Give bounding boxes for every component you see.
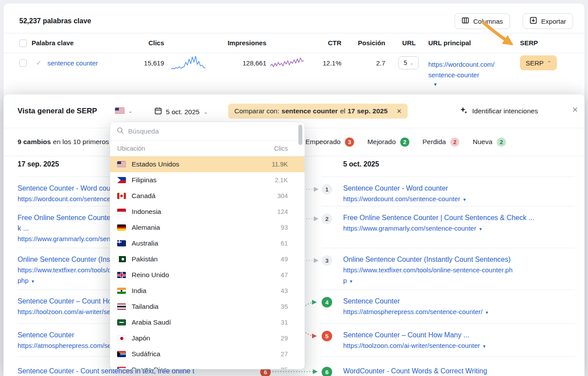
url-count-select[interactable]: 5 ⌄ <box>398 56 419 69</box>
clicks-sparkline <box>170 54 206 72</box>
change-label: Nueva <box>473 138 492 146</box>
id-flag-icon <box>117 209 126 215</box>
column-header-url[interactable]: URL <box>398 39 420 47</box>
column-header-position[interactable]: Posición <box>350 39 385 47</box>
identify-intents-button[interactable]: Identificar intenciones <box>460 106 538 116</box>
location-option-sa[interactable]: Arabia Saudí31 <box>110 315 305 330</box>
location-option-de[interactable]: Alemania93 <box>110 220 305 235</box>
caret-down-icon[interactable]: ▾ <box>32 278 34 284</box>
chevron-down-icon: ⌄ <box>410 61 413 65</box>
compare-chip-close-icon[interactable]: × <box>397 107 402 115</box>
caret-down-icon[interactable]: ▾ <box>486 310 488 315</box>
serp-result-title[interactable]: Free Online Sentence Counter | Count Sen… <box>343 213 575 223</box>
main-url-caret-down-icon[interactable]: ▾ <box>434 81 437 87</box>
row-checkbox[interactable] <box>19 59 27 67</box>
jp-flag-icon <box>117 335 126 341</box>
serp-overview-panel: Vista general de SERP ⌄ 5 oct. 2025 ⌄ Co… <box>4 94 584 376</box>
location-name: Estados Unidos <box>132 160 179 168</box>
change-badge-perdida: Perdida2 <box>423 137 459 147</box>
right-serp-result: 3Online Sentence Counter (Instantly Coun… <box>322 248 575 290</box>
serp-result-title[interactable]: Sentence Counter – Count How Many ... <box>343 330 575 340</box>
columns-button[interactable]: Columnas <box>455 13 510 29</box>
chevron-up-icon: ⌃ <box>547 60 551 66</box>
location-option-jp[interactable]: Japón29 <box>110 330 305 346</box>
location-clicks: 35 <box>281 303 298 310</box>
serp-result-title[interactable]: Sentence Counter <box>343 296 575 307</box>
scrollbar-thumb[interactable] <box>298 125 302 145</box>
change-badges-group: Empeorado3Mejorado2Perdida2Nueva2 <box>305 128 506 156</box>
location-option-th[interactable]: Tailandia35 <box>110 299 305 315</box>
location-option-us[interactable]: Estados Unidos11.9K <box>110 156 305 172</box>
country-select[interactable]: ⌄ <box>115 108 133 114</box>
serp-result-url[interactable]: p▾ <box>343 275 575 286</box>
location-clicks: 25 <box>281 366 298 369</box>
position-badge: 2 <box>322 213 332 224</box>
location-name: Japón <box>132 334 150 342</box>
right-serp-result: 5Sentence Counter – Count How Many ...ht… <box>322 324 575 357</box>
change-badge-mejorado: Mejorado2 <box>367 137 409 147</box>
column-header-main-url[interactable]: URL principal <box>428 39 471 47</box>
compare-chip-date: 17 sep. 2025 <box>348 107 387 115</box>
location-option-gb[interactable]: Reino Unido47 <box>110 267 305 283</box>
location-name: Sudáfrica <box>132 350 160 358</box>
location-clicks: 43 <box>281 287 298 294</box>
location-option-in[interactable]: India43 <box>110 283 305 299</box>
serp-result-title[interactable]: Sentence Counter - Word counter <box>343 183 575 194</box>
location-name: Tailandia <box>132 303 158 311</box>
location-option-au[interactable]: Australia61 <box>110 235 305 251</box>
location-name: Reino Unido <box>132 271 169 279</box>
location-option-id[interactable]: Indonesia124 <box>110 204 305 220</box>
location-name: Filipinas <box>132 176 157 184</box>
position-badge: 3 <box>322 255 332 266</box>
download-icon <box>530 17 537 25</box>
column-header-impressions[interactable]: Impresiones <box>218 39 266 47</box>
keyword-link[interactable]: sentence counter <box>47 59 98 67</box>
caret-down-icon[interactable]: ▾ <box>463 197 466 202</box>
location-option-ca[interactable]: Canadá304 <box>110 188 305 204</box>
caret-down-icon[interactable]: ▾ <box>350 278 352 284</box>
location-name: Pakistán <box>132 255 158 263</box>
location-option-pk[interactable]: Pakistán49 <box>110 251 305 267</box>
serp-result-title[interactable]: Online Sentence Counter (Instantly Count… <box>343 254 575 265</box>
location-option-pr[interactable]: Puerto Rico25 <box>110 362 305 369</box>
gb-flag-icon <box>117 272 126 278</box>
serp-result-url[interactable]: https://www.grammarly.com/sentence-count… <box>343 223 575 234</box>
panel-title: Vista general de SERP <box>18 107 97 116</box>
serp-result-url[interactable]: https://www.textfixer.com/tools/online-s… <box>343 265 575 275</box>
export-button[interactable]: Exportar <box>523 13 573 29</box>
location-option-ph[interactable]: Filipinas2.1K <box>110 172 305 188</box>
location-search-input[interactable] <box>128 127 298 135</box>
column-header-clicks[interactable]: Clics <box>113 39 164 47</box>
serp-result-title[interactable]: WordCounter - Count Words & Correct Writ… <box>343 366 575 376</box>
right-serp-result: 1Sentence Counter - Word counterhttps://… <box>322 177 575 206</box>
change-label: Mejorado <box>367 138 396 146</box>
de-flag-icon <box>117 224 126 231</box>
location-option-za[interactable]: Sudáfrica27 <box>110 346 305 362</box>
us-flag-icon <box>115 108 125 114</box>
location-clicks: 61 <box>281 240 298 247</box>
change-count: 2 <box>450 137 459 147</box>
main-url-link[interactable]: https://wordcount.com/sentence-counter <box>428 59 495 80</box>
au-flag-icon <box>117 240 126 246</box>
right-serp-result: 4Sentence Counterhttps://atmospherepress… <box>322 290 575 324</box>
serp-toggle-button[interactable]: SERP ⌃ <box>520 55 557 70</box>
right-serp-result: 2Free Online Sentence Counter | Count Se… <box>322 206 575 248</box>
column-header-serp: SERP <box>520 39 538 47</box>
date-select[interactable]: 5 oct. 2025 ⌄ <box>154 107 208 116</box>
serp-result-url[interactable]: https://toolzoon.com/ai-writer/sentence-… <box>343 340 575 351</box>
column-header-ctr[interactable]: CTR <box>306 39 341 47</box>
panel-close-icon[interactable]: × <box>572 105 578 115</box>
serp-result-url[interactable]: https://atmospherepress.com/sentence-cou… <box>343 307 575 318</box>
location-clicks: 31 <box>281 319 298 326</box>
serp-result-url[interactable]: https://wordcount.com/sentence-counter▾ <box>343 194 575 205</box>
divider <box>4 33 584 33</box>
caret-down-icon[interactable]: ▾ <box>483 343 486 349</box>
column-header-keyword[interactable]: Palabra clave <box>32 39 74 47</box>
impressions-sparkline <box>269 56 305 72</box>
compare-chip-keyword: sentence counter <box>282 107 338 115</box>
select-all-checkbox[interactable] <box>19 40 27 47</box>
caret-down-icon[interactable]: ▾ <box>479 226 482 231</box>
position-badge: 6 <box>322 367 332 376</box>
keywords-count-title: 52,237 palabras clave <box>19 17 91 25</box>
export-button-label: Exportar <box>541 18 566 25</box>
